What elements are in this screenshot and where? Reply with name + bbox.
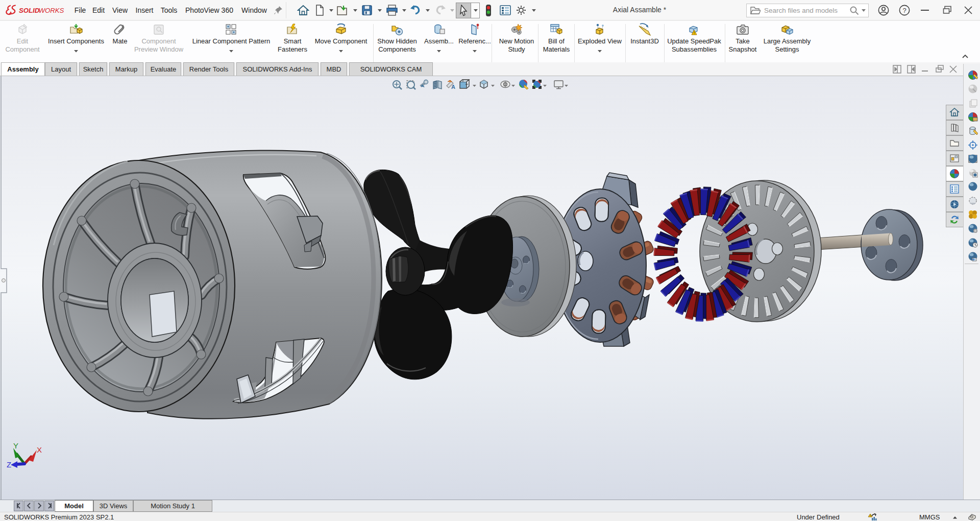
svg-text:Y: Y <box>13 441 18 450</box>
svg-text:?: ? <box>902 7 906 14</box>
svg-text:WORKS: WORKS <box>39 7 64 14</box>
svg-text:X: X <box>37 445 42 454</box>
svg-text:SOLID: SOLID <box>19 7 40 14</box>
svg-text:A: A <box>451 84 455 90</box>
svg-text:!: ! <box>694 31 695 35</box>
svg-text:Z: Z <box>7 460 11 469</box>
